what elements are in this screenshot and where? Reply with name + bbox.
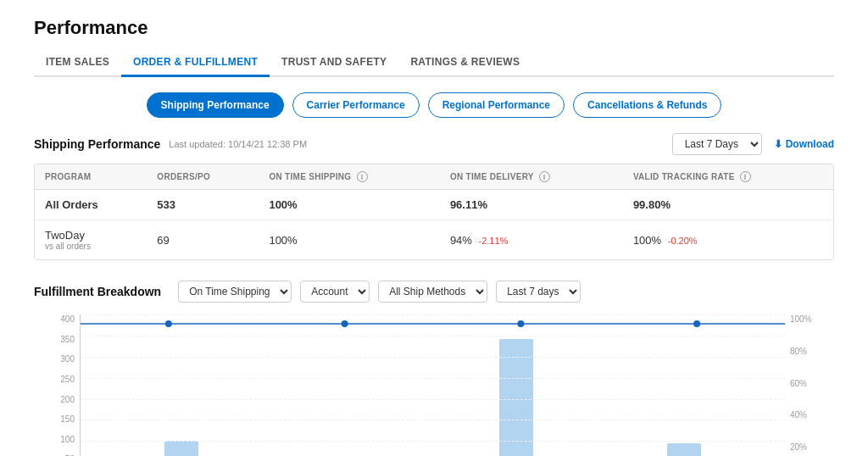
chart-header: Fulfillment Breakdown On Time Shipping A… <box>34 281 834 303</box>
btn-carrier-performance[interactable]: Carrier Performance <box>292 92 420 118</box>
bars-container <box>81 314 785 456</box>
on-time-shipping-info-icon[interactable]: i <box>357 171 368 182</box>
tab-trust-safety[interactable]: TRUST AND SAFETY <box>270 49 398 77</box>
table-header-row: PROGRAM ORDERS/PO ON TIME SHIPPING i ON … <box>35 164 833 190</box>
table-row-all-orders: All Orders 533 100% 96.11% 99.80% <box>35 190 833 220</box>
date-range-select[interactable]: Last 7 Days <box>672 133 762 155</box>
col-program: PROGRAM <box>35 164 147 190</box>
download-button[interactable]: ⬇ Download <box>774 138 834 150</box>
svg-point-1 <box>165 320 172 327</box>
twoday-program-sub: vs all orders <box>45 242 136 251</box>
all-orders-program: All Orders <box>35 190 147 220</box>
shipping-performance-header: Shipping Performance Last updated: 10/14… <box>34 133 834 155</box>
page-title: Performance <box>34 17 834 39</box>
last-updated-text: Last updated: 10/14/21 12:38 PM <box>169 139 307 149</box>
fulfillment-breakdown-section: Fulfillment Breakdown On Time Shipping A… <box>34 281 834 456</box>
twoday-otd-delta: -2.11% <box>479 236 509 246</box>
on-time-delivery-info-icon[interactable]: i <box>539 171 550 182</box>
bar-1007 <box>164 441 198 456</box>
shipping-section-title: Shipping Performance <box>34 137 160 151</box>
chart-title: Fulfillment Breakdown <box>34 285 161 298</box>
btn-cancellations-refunds[interactable]: Cancellations & Refunds <box>573 92 721 118</box>
download-label: Download <box>786 138 834 150</box>
twoday-program: TwoDay vs all orders <box>35 220 147 260</box>
tab-ratings-reviews[interactable]: RATINGS & REVIEWS <box>398 49 531 77</box>
chart-body <box>80 314 785 456</box>
col-on-time-shipping: ON TIME SHIPPING i <box>259 164 439 190</box>
col-on-time-delivery: ON TIME DELIVERY i <box>440 164 623 190</box>
tab-order-fulfillment[interactable]: ORDER & FULFILLMENT <box>121 49 270 77</box>
chart-date-select[interactable]: Last 7 days <box>496 281 581 303</box>
bar-group-1013 <box>667 443 701 456</box>
twoday-vtr: 100% -0.20% <box>623 220 833 260</box>
sub-button-group: Shipping Performance Carrier Performance… <box>34 92 834 118</box>
all-orders-vtr: 99.80% <box>623 190 833 220</box>
bar-group-1007 <box>164 441 198 456</box>
twoday-ots: 100% <box>259 220 439 260</box>
col-orders: ORDERS/PO <box>147 164 259 190</box>
performance-table: PROGRAM ORDERS/PO ON TIME SHIPPING i ON … <box>35 164 833 259</box>
twoday-otd: 94% -2.11% <box>440 220 623 260</box>
bar-group-1012 <box>499 339 533 456</box>
btn-shipping-performance[interactable]: Shipping Performance <box>147 92 284 118</box>
twoday-vtr-delta: -0.20% <box>668 236 698 246</box>
bar-1013 <box>667 443 701 456</box>
tab-item-sales[interactable]: ITEM SALES <box>34 49 121 77</box>
twoday-orders: 69 <box>147 220 259 260</box>
chart-container: 400 350 300 250 200 150 100 50 0 <box>51 314 817 456</box>
chart-group-select[interactable]: Account <box>300 281 370 303</box>
y-axis-left: 400 350 300 250 200 150 100 50 0 <box>51 314 80 456</box>
all-orders-ots: 100% <box>259 190 439 220</box>
performance-table-wrap: PROGRAM ORDERS/PO ON TIME SHIPPING i ON … <box>34 164 834 260</box>
col-valid-tracking-rate: VALID TRACKING RATE i <box>623 164 833 190</box>
svg-point-4 <box>693 320 700 327</box>
valid-tracking-info-icon[interactable]: i <box>740 171 751 182</box>
svg-point-2 <box>342 320 348 327</box>
main-tabs: ITEM SALES ORDER & FULFILLMENT TRUST AND… <box>34 49 834 77</box>
all-orders-otd: 96.11% <box>440 190 623 220</box>
ots-line <box>81 316 785 318</box>
all-orders-orders: 533 <box>147 190 259 220</box>
bar-1012 <box>499 339 533 456</box>
btn-regional-performance[interactable]: Regional Performance <box>428 92 565 118</box>
y-axis-right: 100% 80% 60% 40% 20% 0% <box>785 314 817 456</box>
table-row-twoday: TwoDay vs all orders 69 100% 94% -2.11% … <box>35 220 833 260</box>
download-icon: ⬇ <box>774 138 782 150</box>
chart-ship-method-select[interactable]: All Ship Methods <box>378 281 487 303</box>
svg-point-3 <box>517 320 524 327</box>
chart-metric-select[interactable]: On Time Shipping <box>178 281 292 303</box>
